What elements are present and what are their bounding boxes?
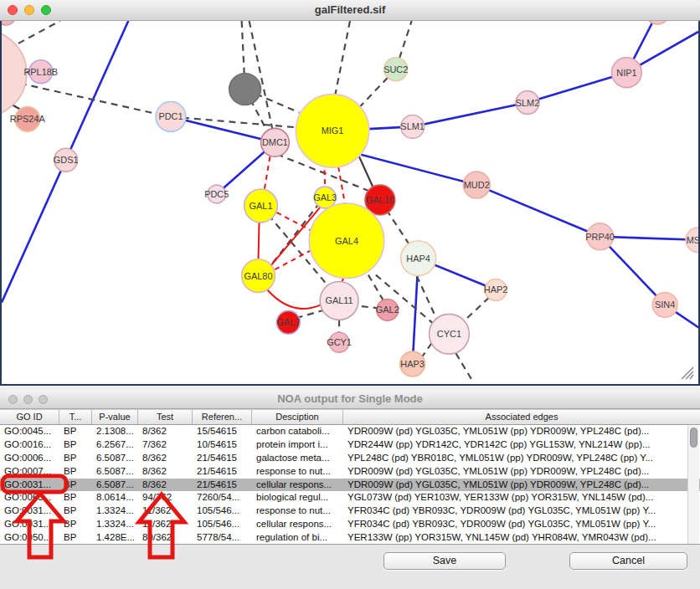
table-cell: 15/54615 xyxy=(193,425,252,438)
resize-grip[interactable] xyxy=(682,367,693,379)
table-cell: GO:0006... xyxy=(0,452,59,465)
table-cell: 10/54615 xyxy=(193,438,252,452)
table-cell: 8/362 xyxy=(138,452,193,465)
network-edge-reddash xyxy=(276,213,311,231)
network-edge-reddash xyxy=(264,156,270,191)
table-row[interactable]: GO:0016...BP6.2567...7/36210/54615protei… xyxy=(0,438,700,452)
column-header[interactable]: GO ID xyxy=(0,410,59,424)
table-body: GO:0045...BP2.1308...8/36215/54615carbon… xyxy=(0,425,700,545)
table-cell: GO:0031... xyxy=(0,479,59,492)
network-edge-blue xyxy=(600,237,666,305)
column-header[interactable]: Test xyxy=(138,410,193,424)
network-node-label: SLM2 xyxy=(516,98,540,108)
table-header[interactable]: GO IDT...P-valueTestReferen...Desciption… xyxy=(0,409,700,425)
table-row[interactable]: GO:0050...BP1.428E...80/3625778/54...reg… xyxy=(0,531,700,545)
network-node-label: SUC2 xyxy=(383,64,408,74)
table-row[interactable]: GO:0007...BP6.5087...8/36221/54615respon… xyxy=(0,465,700,479)
network-node-label: GCY1 xyxy=(327,337,352,347)
table-cell: response to nut... xyxy=(252,504,343,518)
table-cell: 8/362 xyxy=(138,425,193,438)
table-cell: 8/362 xyxy=(138,479,193,492)
noa-window-titlebar[interactable]: NOA output for Single Mode xyxy=(0,390,700,409)
table-row[interactable]: GO:0045...BP2.1308...8/36215/54615carbon… xyxy=(0,425,700,438)
network-node-unlabeled[interactable] xyxy=(2,30,27,117)
table-cell: GO:0045... xyxy=(0,425,59,438)
column-header[interactable]: Referen... xyxy=(193,410,252,424)
table-cell: 7260/54... xyxy=(193,491,252,504)
network-node-label: GAL4 xyxy=(335,236,358,246)
table-row[interactable]: GO:0031...BP1.3324...11/362105/546...res… xyxy=(0,504,700,518)
network-node-label: GAL3 xyxy=(313,192,337,202)
table-cell: BP xyxy=(59,465,92,479)
network-edge-blue xyxy=(476,185,600,237)
network-edge-dashed xyxy=(462,297,489,322)
table-cell: cellular respons... xyxy=(252,518,343,531)
table-cell: 6.5087... xyxy=(92,452,138,465)
table-cell: response to nut... xyxy=(252,465,343,479)
table-cell: 6.2567... xyxy=(92,438,138,452)
table-cell: 21/54615 xyxy=(193,465,252,479)
network-edge-reddash xyxy=(338,166,345,204)
network-node-label: SIN4 xyxy=(655,300,675,310)
table-cell: BP xyxy=(59,425,92,438)
table-cell: YPL248C (pd) YBR018C, YML051W (pp) YDR00… xyxy=(343,452,700,465)
table-row[interactable]: GO:0065...BP8.0614...94/3627260/54...bio… xyxy=(0,491,700,504)
network-edge-red xyxy=(266,289,321,309)
table-cell: BP xyxy=(59,491,92,504)
table-cell: 1.3324... xyxy=(92,504,138,518)
table-cell: YDR009W (pd) YGL035C, YML051W (pp) YDR00… xyxy=(343,465,700,479)
network-node-label: RPL18B xyxy=(23,67,58,77)
save-button[interactable]: Save xyxy=(383,552,506,570)
network-node-label: RPS24A xyxy=(10,114,46,124)
table-cell: YDR009W (pd) YGL035C, YML051W (pp) YDR00… xyxy=(343,479,700,492)
table-cell: galactose meta... xyxy=(252,452,343,465)
column-header[interactable]: Associated edges xyxy=(343,410,700,424)
table-cell: 11/362 xyxy=(138,518,193,531)
network-node-label: CYC1 xyxy=(437,329,461,339)
network-node-label: MIG1 xyxy=(322,125,344,136)
table-row[interactable]: GO:0031...BP6.5087...8/36221/54615cellul… xyxy=(0,479,700,492)
table-cell: cellular respons... xyxy=(252,479,343,492)
network-node-label: GAL1 xyxy=(250,201,273,211)
scrollbar-thumb[interactable] xyxy=(690,428,697,448)
network-node-unlabeled[interactable] xyxy=(646,21,669,24)
table-row[interactable]: GO:0006...BP6.5087...8/36221/54615galact… xyxy=(0,452,700,465)
network-node-label: SLM1 xyxy=(400,121,425,131)
network-canvas[interactable]: RPL18BRPS24AGDS1PDC1MIG1DMC1SUC2SLM1SLM2… xyxy=(0,21,700,386)
table-cell: 21/54615 xyxy=(193,479,252,492)
table-cell: 5778/54... xyxy=(193,531,252,545)
network-edge-blue xyxy=(413,103,528,127)
network-node-label: HAP2 xyxy=(484,284,508,294)
table-cell: GO:0016... xyxy=(0,438,59,452)
cancel-button[interactable]: Cancel xyxy=(569,552,687,570)
network-edge-dashed xyxy=(18,21,60,44)
network-edge-dashed xyxy=(422,343,432,357)
table-cell: YDR009W (pd) YGL035C, YML051W (pp) YDR00… xyxy=(343,425,700,438)
network-node-label: MUD2 xyxy=(464,180,490,190)
network-edge-blue xyxy=(600,237,698,240)
table-cell: protein import i... xyxy=(252,438,343,452)
network-node-label: GAL11 xyxy=(325,295,353,305)
table-cell: BP xyxy=(59,531,92,545)
column-header[interactable]: Desciption xyxy=(252,410,343,424)
table-row[interactable]: GO:0031...BP1.3324...11/362105/546...cel… xyxy=(0,518,700,531)
table-cell: 8/362 xyxy=(138,465,193,479)
column-header[interactable]: P-value xyxy=(92,410,138,424)
table-scrollbar[interactable] xyxy=(687,426,699,544)
network-edge-dashed xyxy=(298,310,325,317)
column-header[interactable]: T... xyxy=(59,410,92,424)
network-edge-dashed xyxy=(417,276,437,320)
network-node-label: GAL7 xyxy=(276,317,300,327)
table-cell: YFR034C (pd) YBR093C, YDR009W (pd) YGL03… xyxy=(343,518,700,531)
network-node-unlabeled[interactable] xyxy=(2,21,16,25)
network-node-label: GDS1 xyxy=(54,155,79,165)
table-cell: BP xyxy=(59,504,92,518)
table-cell: regulation of bi... xyxy=(252,531,343,545)
table-cell: 21/54615 xyxy=(193,452,252,465)
table-cell: 105/546... xyxy=(193,504,252,518)
network-node-label: NIP1 xyxy=(616,68,636,78)
table-cell: 80/362 xyxy=(138,531,193,545)
network-window-titlebar[interactable]: galFiltered.sif xyxy=(0,0,700,21)
network-node-unlabeled[interactable] xyxy=(229,74,261,105)
table-cell: BP xyxy=(59,452,92,465)
